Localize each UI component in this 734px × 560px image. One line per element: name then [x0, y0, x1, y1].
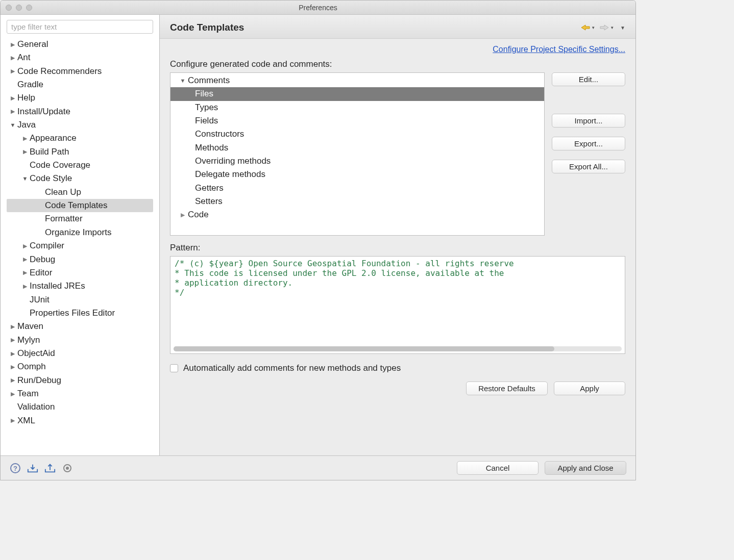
help-icon[interactable]: ? — [10, 463, 21, 474]
tree-item-label: XML — [17, 414, 35, 427]
template-tree[interactable]: ▼CommentsFilesTypesFieldsConstructorsMet… — [170, 73, 544, 223]
export-all-button[interactable]: Export All... — [552, 160, 625, 173]
tree-item-label: Java — [17, 118, 36, 132]
header-toolbar: ▼ ▼ ▼ — [579, 23, 625, 32]
tree-item-label: Mylyn — [17, 334, 40, 347]
apply-and-close-button[interactable]: Apply and Close — [545, 461, 626, 475]
tree-item-label: General — [17, 38, 48, 51]
sidebar-item[interactable]: ▶Maven — [7, 320, 153, 333]
sidebar-item[interactable]: ▶Mylyn — [7, 334, 153, 347]
configure-label: Configure generated code and comments: — [170, 59, 625, 69]
export-preferences-icon[interactable] — [44, 463, 56, 474]
template-item[interactable]: Delegate methods — [170, 168, 544, 181]
template-item[interactable]: Files — [170, 87, 544, 100]
template-item-label: Fields — [195, 114, 218, 128]
template-item[interactable]: Fields — [170, 114, 544, 128]
filter-input[interactable] — [7, 20, 153, 34]
sidebar-item[interactable]: ▶General — [7, 38, 153, 51]
tree-item-label: Ant — [17, 51, 31, 64]
auto-comments-checkbox[interactable] — [170, 364, 178, 372]
menu-dropdown-icon[interactable]: ▼ — [620, 25, 625, 31]
cancel-button[interactable]: Cancel — [457, 461, 539, 475]
import-preferences-icon[interactable] — [27, 463, 38, 474]
close-window-button[interactable] — [6, 5, 12, 11]
main-panel: Code Templates ▼ ▼ ▼ — [160, 15, 635, 455]
sidebar-item[interactable]: ▶Properties Files Editor — [7, 307, 153, 320]
template-item[interactable]: Setters — [170, 195, 544, 208]
sidebar-item[interactable]: ▶Code Templates — [7, 199, 153, 212]
sidebar-item[interactable]: ▶Editor — [7, 266, 153, 279]
template-item[interactable]: Constructors — [170, 128, 544, 141]
configure-project-settings-link[interactable]: Configure Project Specific Settings... — [493, 45, 625, 54]
chevron-right-icon: ▶ — [10, 416, 16, 425]
sidebar-item[interactable]: ▶ObjectAid — [7, 347, 153, 360]
sidebar-item[interactable]: ▶Run/Debug — [7, 374, 153, 387]
main-header: Code Templates ▼ ▼ ▼ — [160, 15, 635, 39]
preferences-tree[interactable]: ▶General▶Ant▶Code Recommenders▶Gradle▶He… — [7, 38, 153, 427]
horizontal-scrollbar[interactable] — [174, 346, 622, 351]
template-item-label: Types — [195, 101, 218, 114]
restore-defaults-button[interactable]: Restore Defaults — [466, 381, 548, 395]
template-item[interactable]: ▶Code — [170, 208, 544, 221]
traffic-lights — [6, 5, 32, 11]
sidebar-item[interactable]: ▶Organize Imports — [7, 226, 153, 239]
sidebar-item[interactable]: ▶Formatter — [7, 212, 153, 225]
minimize-window-button[interactable] — [16, 5, 22, 11]
sidebar-item[interactable]: ▶Install/Update — [7, 105, 153, 118]
chevron-right-icon: ▶ — [22, 242, 28, 250]
sidebar-item[interactable]: ▶Build Path — [7, 145, 153, 159]
template-item[interactable]: ▼Comments — [170, 74, 544, 87]
sidebar-item[interactable]: ▶Code Coverage — [7, 159, 153, 172]
forward-button[interactable]: ▼ — [598, 23, 615, 32]
chevron-right-icon: ▶ — [10, 40, 16, 49]
arrow-left-icon — [580, 24, 591, 31]
scrollbar-thumb[interactable] — [174, 346, 554, 351]
chevron-down-icon: ▼ — [610, 26, 614, 30]
apply-button[interactable]: Apply — [554, 381, 625, 395]
tree-item-label: Code Style — [30, 172, 72, 185]
chevron-right-icon: ▶ — [10, 322, 16, 331]
pattern-text: /* (c) ${year} Open Source Geospatial Fo… — [170, 257, 625, 299]
export-button[interactable]: Export... — [552, 137, 625, 150]
sidebar-item[interactable]: ▶Code Recommenders — [7, 65, 153, 78]
chevron-right-icon: ▶ — [10, 349, 16, 358]
chevron-right-icon: ▶ — [10, 390, 16, 398]
sidebar-item[interactable]: ▶JUnit — [7, 293, 153, 307]
template-item-label: Overriding methods — [195, 155, 271, 168]
template-item[interactable]: Methods — [170, 141, 544, 155]
chevron-down-icon: ▼ — [180, 77, 186, 85]
sidebar-item[interactable]: ▶Help — [7, 91, 153, 105]
tree-item-label: Debug — [30, 253, 55, 266]
edit-button[interactable]: Edit... — [552, 72, 625, 86]
pattern-box[interactable]: /* (c) ${year} Open Source Geospatial Fo… — [170, 256, 625, 354]
templates-row: ▼CommentsFilesTypesFieldsConstructorsMet… — [170, 72, 625, 236]
sidebar-item[interactable]: ▶XML — [7, 414, 153, 427]
chevron-right-icon: ▶ — [10, 363, 16, 371]
import-button[interactable]: Import... — [552, 114, 625, 128]
sidebar-item[interactable]: ▶Team — [7, 387, 153, 400]
sidebar-item[interactable]: ▼Java — [7, 118, 153, 132]
template-item[interactable]: Types — [170, 101, 544, 114]
sidebar-item[interactable]: ▶Validation — [7, 400, 153, 414]
sidebar-item[interactable]: ▶Compiler — [7, 239, 153, 252]
sidebar-item[interactable]: ▶Clean Up — [7, 186, 153, 199]
sidebar-item[interactable]: ▶Debug — [7, 253, 153, 266]
sidebar-item[interactable]: ▶Oomph — [7, 360, 153, 373]
tree-item-label: Build Path — [30, 145, 69, 159]
chevron-right-icon: ▶ — [10, 336, 16, 344]
apply-row: Restore Defaults Apply — [170, 381, 625, 395]
zoom-window-button[interactable] — [26, 5, 32, 11]
sidebar-item[interactable]: ▶Installed JREs — [7, 279, 153, 293]
sidebar-item[interactable]: ▶Ant — [7, 51, 153, 64]
chevron-right-icon: ▶ — [10, 54, 16, 62]
oomph-icon[interactable] — [62, 463, 73, 474]
template-item[interactable]: Overriding methods — [170, 155, 544, 168]
pattern-section: Pattern: /* (c) ${year} Open Source Geos… — [170, 243, 625, 354]
sidebar-item[interactable]: ▼Code Style — [7, 172, 153, 185]
content-area: ▶General▶Ant▶Code Recommenders▶Gradle▶He… — [1, 15, 635, 455]
tree-item-label: Code Templates — [45, 199, 108, 212]
sidebar-item[interactable]: ▶Gradle — [7, 78, 153, 91]
template-item[interactable]: Getters — [170, 182, 544, 195]
sidebar-item[interactable]: ▶Appearance — [7, 132, 153, 145]
back-button[interactable]: ▼ — [579, 23, 596, 32]
